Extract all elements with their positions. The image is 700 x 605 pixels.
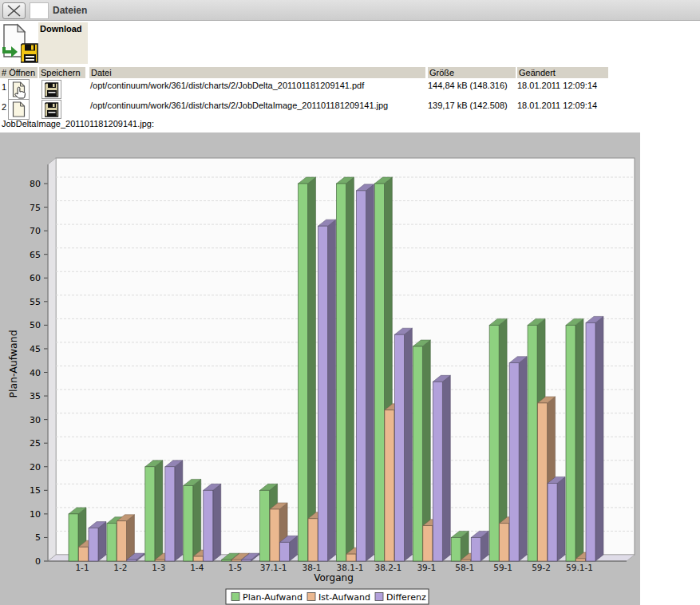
svg-text:Vorgang: Vorgang (314, 572, 354, 583)
svg-text:20: 20 (30, 462, 41, 473)
svg-text:Plan-Aufwand: Plan-Aufwand (7, 330, 19, 397)
svg-text:59-2: 59-2 (532, 563, 551, 572)
close-button[interactable] (2, 2, 26, 19)
svg-text:1-2: 1-2 (113, 563, 127, 572)
svg-text:50: 50 (30, 320, 41, 330)
svg-text:15: 15 (30, 485, 41, 496)
column-header-file[interactable]: Datei (89, 67, 425, 78)
save-file-button[interactable] (42, 80, 61, 99)
svg-text:59.1-1: 59.1-1 (566, 563, 593, 572)
column-header-modified[interactable]: Geändert (517, 67, 608, 78)
svg-text:75: 75 (30, 203, 41, 213)
svg-text:58-1: 58-1 (455, 563, 474, 572)
window-title: Dateien (53, 5, 87, 16)
svg-text:55: 55 (30, 297, 41, 307)
svg-text:Differenz: Differenz (386, 592, 426, 603)
file-path: /opt/continuum/work/361/dist/charts/2/Jo… (90, 81, 364, 90)
svg-text:70: 70 (30, 226, 41, 236)
file-modified: 18.01.2011 12:09:14 (517, 81, 597, 90)
svg-text:10: 10 (30, 509, 41, 520)
svg-text:1-3: 1-3 (152, 563, 165, 572)
save-all-floppy-icon[interactable] (21, 43, 39, 67)
window-icon-placeholder[interactable] (30, 2, 49, 19)
svg-text:Plan-Aufwand: Plan-Aufwand (243, 592, 303, 603)
open-file-button[interactable] (8, 99, 30, 120)
svg-text:65: 65 (30, 250, 41, 260)
file-path: /opt/continuum/work/361/dist/charts/2/Jo… (90, 101, 388, 110)
floppy-icon (45, 102, 59, 117)
svg-text:25: 25 (30, 438, 41, 449)
download-panel: Download (38, 22, 88, 64)
column-header-open[interactable]: # Öffnen (0, 67, 38, 78)
svg-text:60: 60 (30, 273, 41, 283)
file-download-window: Dateien Download # Öffnen Speichern Date… (0, 0, 700, 605)
svg-text:Ist-Aufwand: Ist-Aufwand (318, 592, 370, 603)
svg-text:30: 30 (30, 415, 41, 425)
image-filename-label: JobDeltaImage_201101181209141.jpg: (2, 119, 154, 129)
file-size: 139,17 kB (142.508) (428, 101, 508, 110)
svg-text:1-5: 1-5 (228, 563, 242, 572)
svg-text:37.1-1: 37.1-1 (260, 563, 287, 572)
svg-text:39-1: 39-1 (417, 563, 436, 572)
svg-text:38-1: 38-1 (303, 563, 322, 572)
svg-text:0: 0 (35, 556, 41, 567)
svg-text:38.1-1: 38.1-1 (337, 563, 364, 572)
svg-text:1-1: 1-1 (75, 563, 89, 572)
svg-text:45: 45 (30, 344, 41, 354)
svg-text:35: 35 (30, 391, 41, 401)
svg-text:5: 5 (35, 532, 41, 543)
title-bar: Dateien (0, 0, 700, 21)
svg-text:59-1: 59-1 (493, 563, 512, 572)
row-number: 2 (2, 102, 8, 112)
close-icon (3, 3, 25, 18)
svg-text:38.2-1: 38.2-1 (374, 563, 401, 572)
open-file-button[interactable] (8, 79, 30, 100)
column-header-size[interactable]: Größe (428, 67, 516, 78)
svg-text:40: 40 (30, 368, 41, 378)
row-number: 1 (2, 82, 8, 92)
file-modified: 18.01.2011 12:09:14 (517, 101, 597, 110)
svg-text:1-4: 1-4 (190, 563, 204, 572)
svg-text:80: 80 (30, 179, 41, 189)
file-size: 144,84 kB (148.316) (428, 81, 508, 90)
column-header-save[interactable]: Speichern (39, 67, 85, 78)
save-file-button[interactable] (42, 100, 61, 119)
floppy-icon (45, 82, 59, 97)
chart-image: 051015202530354045505560657075801-11-21-… (0, 132, 640, 605)
document-icon (12, 101, 26, 117)
download-label: Download (40, 24, 82, 34)
